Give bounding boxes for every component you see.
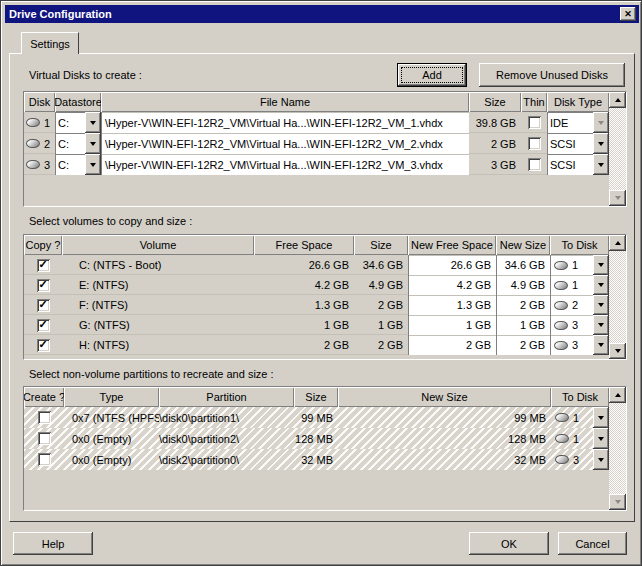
thin-checkbox[interactable] (528, 158, 541, 171)
help-button-label: Help (42, 538, 65, 550)
copy-checkbox[interactable] (37, 319, 50, 332)
scrollbar[interactable] (609, 387, 626, 510)
copy-checkbox[interactable] (37, 299, 50, 312)
disk-type-combobox[interactable]: IDE (547, 112, 609, 133)
scroll-up-icon[interactable] (609, 92, 626, 108)
to-disk-combobox[interactable]: 3 (551, 449, 609, 470)
scrollbar-track[interactable] (609, 251, 626, 343)
new-free-space-field[interactable]: 1.3 GB (408, 295, 496, 315)
create-checkbox[interactable] (38, 432, 51, 445)
close-icon[interactable]: ✕ (620, 7, 636, 21)
chevron-down-icon[interactable] (593, 295, 609, 315)
scrollbar[interactable] (609, 92, 626, 206)
thin-checkbox[interactable] (528, 137, 541, 150)
col-header-datastore[interactable]: Datastore (55, 92, 101, 112)
file-name-field[interactable]: \Hyper-V\WIN-EFI-12R2_VM\Virtual Ha...\W… (101, 133, 469, 154)
new-free-space-field[interactable]: 1 GB (408, 315, 496, 335)
scrollbar-track[interactable] (609, 403, 626, 494)
new-size-field[interactable]: 1 GB (496, 315, 550, 335)
chevron-down-icon[interactable] (85, 112, 101, 133)
new-size-field[interactable]: 34.6 GB (496, 255, 550, 275)
chevron-down-icon[interactable] (593, 133, 609, 154)
new-size-field[interactable]: 4.9 GB (496, 275, 550, 295)
new-free-space-field[interactable]: 2 GB (408, 335, 496, 355)
copy-checkbox[interactable] (37, 339, 50, 352)
chevron-down-icon[interactable] (593, 407, 609, 428)
scrollbar-track[interactable] (609, 108, 626, 190)
chevron-down-icon[interactable] (593, 154, 609, 175)
copy-checkbox[interactable] (37, 279, 50, 292)
file-name-field[interactable]: \Hyper-V\WIN-EFI-12R2_VM\Virtual Ha...\W… (101, 154, 469, 175)
new-free-space-field[interactable]: 4.2 GB (408, 275, 496, 295)
col-header-new-size[interactable]: New Size (338, 387, 551, 407)
scroll-down-icon[interactable] (609, 343, 626, 359)
col-header-size[interactable]: Size (354, 235, 408, 255)
new-size-value: 99 MB (338, 407, 551, 428)
ok-button[interactable]: OK (469, 532, 549, 555)
chevron-down-icon[interactable] (593, 315, 609, 335)
col-header-file-name[interactable]: File Name (101, 92, 469, 112)
remove-unused-disks-button[interactable]: Remove Unused Disks (479, 63, 625, 87)
scroll-up-icon[interactable] (609, 387, 626, 403)
to-disk-combobox[interactable]: 1 (551, 407, 609, 428)
new-free-space-field[interactable]: 26.6 GB (408, 255, 496, 275)
create-checkbox[interactable] (38, 453, 51, 466)
chevron-down-icon[interactable] (593, 255, 609, 275)
col-header-partition[interactable]: Partition (159, 387, 294, 407)
chevron-down-icon[interactable] (593, 449, 609, 470)
chevron-down-icon[interactable] (85, 133, 101, 154)
col-header-to-disk[interactable]: To Disk (550, 235, 609, 255)
disk-icon (554, 281, 568, 290)
col-header-size[interactable]: Size (469, 92, 521, 112)
scroll-down-icon[interactable] (609, 494, 626, 510)
to-disk-value: 1 (572, 279, 593, 291)
scroll-down-icon[interactable] (609, 190, 626, 206)
col-header-volume[interactable]: Volume (62, 235, 254, 255)
scrollbar[interactable] (609, 235, 626, 359)
col-header-thin[interactable]: Thin (521, 92, 547, 112)
disk-type-combobox[interactable]: SCSI (547, 133, 609, 154)
col-header-copy[interactable]: Copy ? (24, 235, 62, 255)
create-checkbox[interactable] (38, 411, 51, 424)
chevron-down-icon[interactable] (593, 428, 609, 449)
file-name-field[interactable]: \Hyper-V\WIN-EFI-12R2_VM\Virtual Ha...\W… (101, 112, 469, 133)
col-header-disk[interactable]: Disk (24, 92, 55, 112)
new-size-field[interactable]: 2 GB (496, 295, 550, 315)
datastore-combobox[interactable]: C: (55, 112, 101, 133)
copy-checkbox[interactable] (37, 259, 50, 272)
add-button[interactable]: Add (397, 63, 467, 87)
col-header-free-space[interactable]: Free Space (254, 235, 354, 255)
to-disk-combobox[interactable]: 1 (550, 275, 609, 295)
to-disk-combobox[interactable]: 1 (550, 255, 609, 275)
to-disk-combobox[interactable]: 2 (550, 295, 609, 315)
table-row: 2 C: \Hyper-V\WIN-EFI-12R2_VM\Virtual Ha… (24, 133, 609, 154)
col-header-disk-type[interactable]: Disk Type (547, 92, 609, 112)
table-row: G: (NTFS) 1 GB 1 GB 1 GB 1 GB 3 (24, 315, 609, 335)
col-header-new-size[interactable]: New Size (496, 235, 550, 255)
tab-settings[interactable]: Settings (21, 32, 79, 54)
disk-number: 1 (44, 117, 50, 129)
to-disk-combobox[interactable]: 3 (550, 315, 609, 335)
help-button[interactable]: Help (13, 532, 93, 555)
datastore-combobox[interactable]: C: (55, 154, 101, 175)
scroll-up-icon[interactable] (609, 235, 626, 251)
chevron-down-icon[interactable] (85, 154, 101, 175)
disk-icon (555, 413, 569, 422)
chevron-down-icon[interactable] (593, 335, 609, 355)
volume-name: H: (NTFS) (62, 335, 254, 355)
to-disk-combobox[interactable]: 3 (550, 335, 609, 355)
disk-icon (26, 160, 40, 169)
col-header-size[interactable]: Size (294, 387, 338, 407)
col-header-to-disk[interactable]: To Disk (551, 387, 609, 407)
copy-cell (24, 295, 62, 315)
new-size-field[interactable]: 2 GB (496, 335, 550, 355)
col-header-type[interactable]: Type (64, 387, 159, 407)
thin-checkbox[interactable] (528, 116, 541, 129)
col-header-new-free-space[interactable]: New Free Space (408, 235, 496, 255)
to-disk-combobox[interactable]: 1 (551, 428, 609, 449)
chevron-down-icon[interactable] (593, 275, 609, 295)
disk-type-combobox[interactable]: SCSI (547, 154, 609, 175)
col-header-create[interactable]: Create ? (24, 387, 64, 407)
datastore-combobox[interactable]: C: (55, 133, 101, 154)
cancel-button[interactable]: Cancel (558, 532, 627, 555)
